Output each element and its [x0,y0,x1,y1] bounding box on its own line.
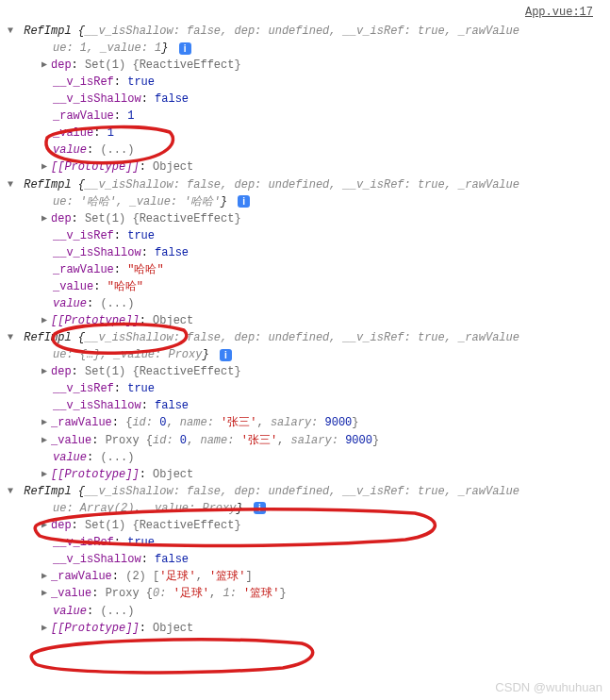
obj3-value[interactable]: value: (...) [0,449,610,466]
obj1-value[interactable]: value: (...) [0,142,610,158]
chevron-right-icon[interactable] [41,466,51,483]
obj4-value-u[interactable]: _value: Proxy {0: '足球', 1: '篮球'} [0,585,610,602]
refimpl-3-summary[interactable]: RefImpl {__v_isShallow: false, dep: unde… [0,329,610,346]
chevron-down-icon[interactable] [8,483,17,500]
obj1-isshallow[interactable]: __v_isShallow: false [0,91,610,108]
chevron-right-icon[interactable] [41,568,51,585]
chevron-right-icon[interactable] [41,517,51,534]
obj4-isshallow[interactable]: __v_isShallow: false [0,551,610,568]
refimpl-4-summary-line2: ue: Array(2), _value: Proxy} i [0,500,610,517]
obj3-value-u[interactable]: _value: Proxy {id: 0, name: '张三', salary… [0,432,610,449]
obj2-value[interactable]: value: (...) [0,295,610,312]
refimpl-2-summary[interactable]: RefImpl {__v_isShallow: false, dep: unde… [0,176,610,193]
chevron-right-icon[interactable] [41,432,51,449]
chevron-right-icon[interactable] [41,414,51,431]
chevron-down-icon[interactable] [8,23,17,40]
refimpl-4-summary[interactable]: RefImpl {__v_isShallow: false, dep: unde… [0,483,610,500]
chevron-right-icon[interactable] [41,585,51,602]
info-icon[interactable]: i [238,195,250,208]
chevron-down-icon[interactable] [8,176,17,193]
source-link[interactable]: App.vue:17 [0,4,610,21]
obj4-value[interactable]: value: (...) [0,603,610,620]
info-icon[interactable]: i [254,502,266,514]
refimpl-2-summary-line2: ue: '哈哈', _value: '哈哈'} i [0,193,610,210]
info-icon[interactable]: i [220,349,232,361]
obj2-isref[interactable]: __v_isRef: true [0,227,610,244]
obj2-isshallow[interactable]: __v_isShallow: false [0,244,610,261]
chevron-right-icon[interactable] [41,363,51,380]
obj4-isref[interactable]: __v_isRef: true [0,534,610,551]
obj3-dep[interactable]: dep: Set(1) {ReactiveEffect} [0,363,610,380]
info-icon[interactable]: i [179,42,191,55]
chevron-right-icon[interactable] [41,312,51,329]
obj1-proto[interactable]: [[Prototype]]: Object [0,158,610,175]
obj1-isref[interactable]: __v_isRef: true [0,74,610,91]
chevron-right-icon[interactable] [41,158,51,175]
obj2-proto[interactable]: [[Prototype]]: Object [0,312,610,329]
obj1-dep[interactable]: dep: Set(1) {ReactiveEffect} [0,57,610,74]
obj3-rawvalue[interactable]: _rawValue: {id: 0, name: '张三', salary: 9… [0,414,610,431]
refimpl-3-summary-line2: ue: {…}, _value: Proxy} i [0,346,610,363]
chevron-right-icon[interactable] [41,210,51,227]
obj1-rawvalue[interactable]: _rawValue: 1 [0,108,610,125]
obj4-rawvalue[interactable]: _rawValue: (2) ['足球', '篮球'] [0,568,610,585]
obj1-value-u[interactable]: _value: 1 [0,125,610,142]
obj4-proto[interactable]: [[Prototype]]: Object [0,620,610,637]
chevron-down-icon[interactable] [8,329,17,346]
chevron-right-icon[interactable] [41,57,51,74]
obj2-value-u[interactable]: _value: "哈哈" [0,278,610,295]
obj3-proto[interactable]: [[Prototype]]: Object [0,466,610,483]
obj3-isshallow[interactable]: __v_isShallow: false [0,397,610,414]
obj2-rawvalue[interactable]: _rawValue: "哈哈" [0,261,610,278]
console-output: App.vue:17 RefImpl {__v_isShallow: false… [0,0,610,637]
obj3-isref[interactable]: __v_isRef: true [0,380,610,397]
watermark: CSDN @wuhuhuan [495,680,602,694]
refimpl-1-summary-line2: ue: 1, _value: 1} i [0,40,610,57]
obj4-dep[interactable]: dep: Set(1) {ReactiveEffect} [0,517,610,534]
refimpl-1-summary[interactable]: RefImpl {__v_isShallow: false, dep: unde… [0,23,610,40]
chevron-right-icon[interactable] [41,620,51,637]
obj2-dep[interactable]: dep: Set(1) {ReactiveEffect} [0,210,610,227]
